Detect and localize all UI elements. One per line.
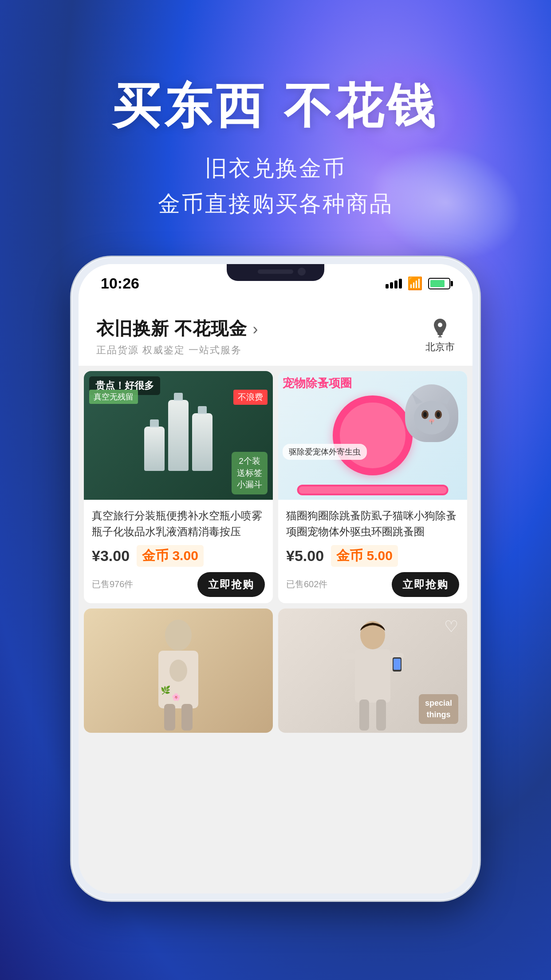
location-icon[interactable] xyxy=(429,316,451,339)
pet-collar-illustration xyxy=(333,395,413,475)
notch-speaker xyxy=(258,269,293,274)
product-card-1[interactable]: 贵点！好很多 真空无残留 不浪费 2个装送标签小漏斗 真空旅行分装瓶便携补水空瓶… xyxy=(84,371,273,603)
bottle-cap-small xyxy=(150,419,159,427)
product-2-buy-button[interactable]: 立即抢购 xyxy=(392,572,459,597)
svg-rect-20 xyxy=(355,649,390,703)
svg-rect-18 xyxy=(181,704,193,731)
bottle-tall xyxy=(168,400,189,471)
product-2-title-badge: 宠物除蚤项圈 xyxy=(283,375,352,391)
bottle-small xyxy=(144,427,165,471)
product-1-pricing: ¥3.00 金币 3.00 xyxy=(92,545,265,567)
svg-rect-26 xyxy=(376,699,386,731)
product-image-2: 宠物除蚤项圈 驱除爱宠体外寄生虫 xyxy=(278,371,467,500)
svg-point-9 xyxy=(437,412,440,417)
app-header-right: 北京市 xyxy=(425,316,455,354)
bottom-products-row: 🌿 🌸 xyxy=(79,609,472,738)
svg-point-0 xyxy=(438,323,442,327)
product-1-price-rmb: ¥3.00 xyxy=(92,547,130,565)
product-2-sold: 已售602件 xyxy=(286,578,327,590)
product-2-price-rmb: ¥5.00 xyxy=(286,547,324,565)
bottom-product-image-2: ♡ specialthings xyxy=(278,609,467,733)
svg-point-3 xyxy=(414,401,449,435)
product-1-price-coins: 金币 3.00 xyxy=(137,545,204,567)
status-bar: 10:26 📶 xyxy=(79,264,472,303)
app-header: 衣旧换新 不花现金 › 正品货源 权威鉴定 一站式服务 xyxy=(79,303,472,366)
header-section: 买东西 不花钱 旧衣兑换金币 金币直接购买各种商品 xyxy=(0,0,551,221)
status-icons: 📶 xyxy=(386,276,450,291)
app-title-row: 衣旧换新 不花现金 › xyxy=(96,316,258,341)
bottle-cap-tall xyxy=(174,393,183,401)
bottom-product-card-1[interactable]: 🌿 🌸 xyxy=(84,609,273,733)
svg-point-12 xyxy=(165,620,192,651)
product-2-name: 猫圈狗圈除跳蚤防虱子猫咪小狗除蚤项圈宠物体外驱虫环圈跳蚤圈 xyxy=(286,508,459,540)
app-content[interactable]: 衣旧换新 不花现金 › 正品货源 权威鉴定 一站式服务 xyxy=(79,303,472,893)
product-1-info: 真空旅行分装瓶便携补水空瓶小喷雾瓶子化妆品水乳液酒精消毒按压 ¥3.00 金币 … xyxy=(84,500,273,603)
bottom-product-image-1: 🌿 🌸 xyxy=(84,609,273,733)
cat-illustration xyxy=(405,384,458,442)
svg-marker-5 xyxy=(441,393,452,404)
product-2-price-coins: 金币 5.00 xyxy=(331,545,398,567)
main-headline: 买东西 不花钱 xyxy=(113,80,438,133)
clothing-figure-right xyxy=(328,617,417,733)
product-2-pricing: ¥5.00 金币 5.00 xyxy=(286,545,459,567)
product-card-2[interactable]: 宠物除蚤项圈 驱除爱宠体外寄生虫 猫圈狗圈除跳蚤防虱子猫咪小狗除蚤项圈宠物体外驱… xyxy=(278,371,467,603)
product-2-info: 猫圈狗圈除跳蚤防虱子猫咪小狗除蚤项圈宠物体外驱虫环圈跳蚤圈 ¥5.00 金币 5… xyxy=(278,500,467,603)
product-image-1: 贵点！好很多 真空无残留 不浪费 2个装送标签小漏斗 xyxy=(84,371,273,500)
svg-rect-21 xyxy=(342,653,355,660)
phone-screen: 10:26 📶 xyxy=(79,264,472,893)
svg-marker-4 xyxy=(412,393,423,404)
products-grid: 贵点！好很多 真空无残留 不浪费 2个装送标签小漏斗 真空旅行分装瓶便携补水空瓶… xyxy=(79,366,472,609)
svg-point-19 xyxy=(360,621,385,649)
sub-headline: 旧衣兑换金币 金币直接购买各种商品 xyxy=(158,150,393,221)
bottom-product-card-2[interactable]: ♡ specialthings xyxy=(278,609,467,733)
product-1-badge-green: 真空无残留 xyxy=(89,390,138,404)
bottle-mid xyxy=(192,413,213,471)
phone-mockup: 10:26 📶 xyxy=(71,257,480,901)
product-2-footer: 已售602件 立即抢购 xyxy=(286,572,459,597)
special-things-badge: specialthings xyxy=(419,694,458,723)
bottle-group xyxy=(144,400,213,471)
app-subtitle: 正品货源 权威鉴定 一站式服务 xyxy=(96,344,258,357)
svg-text:🌿: 🌿 xyxy=(161,685,171,695)
notch xyxy=(227,264,324,281)
battery-fill xyxy=(430,280,445,287)
product-2-pet-badge: 驱除爱宠体外寄生虫 xyxy=(283,444,367,460)
clothing-figure-left: 🌿 🌸 xyxy=(134,617,223,733)
svg-point-14 xyxy=(169,660,187,682)
svg-point-8 xyxy=(423,412,427,417)
signal-bars-icon xyxy=(386,279,402,288)
signal-bar-4 xyxy=(399,279,402,288)
heart-icon: ♡ xyxy=(444,617,458,636)
svg-rect-17 xyxy=(164,704,175,731)
svg-text:🌸: 🌸 xyxy=(172,693,181,701)
app-title-arrow[interactable]: › xyxy=(253,320,258,338)
wifi-icon: 📶 xyxy=(407,276,423,291)
signal-bar-1 xyxy=(386,284,389,288)
signal-bar-2 xyxy=(390,282,393,288)
product-1-sold: 已售976件 xyxy=(92,578,133,590)
product-1-name: 真空旅行分装瓶便携补水空瓶小喷雾瓶子化妆品水乳液酒精消毒按压 xyxy=(92,508,265,540)
page-content: 买东西 不花钱 旧衣兑换金币 金币直接购买各种商品 10:26 xyxy=(0,0,551,980)
svg-rect-24 xyxy=(394,659,401,670)
product-1-buy-button[interactable]: 立即抢购 xyxy=(197,572,265,597)
app-header-left: 衣旧换新 不花现金 › 正品货源 权威鉴定 一站式服务 xyxy=(96,316,258,357)
location-label[interactable]: 北京市 xyxy=(425,340,455,354)
signal-bar-3 xyxy=(394,281,398,288)
app-title: 衣旧换新 不花现金 xyxy=(96,319,247,338)
bottle-cap-mid xyxy=(198,406,207,414)
pet-collar-bottom xyxy=(297,485,449,495)
notch-camera xyxy=(298,268,306,276)
product-1-badge-red: 不浪费 xyxy=(233,390,268,405)
product-1-badge-bottom: 2个装送标签小漏斗 xyxy=(232,452,268,494)
product-1-footer: 已售976件 立即抢购 xyxy=(92,572,265,597)
svg-rect-25 xyxy=(359,699,369,731)
battery-icon xyxy=(428,278,450,289)
